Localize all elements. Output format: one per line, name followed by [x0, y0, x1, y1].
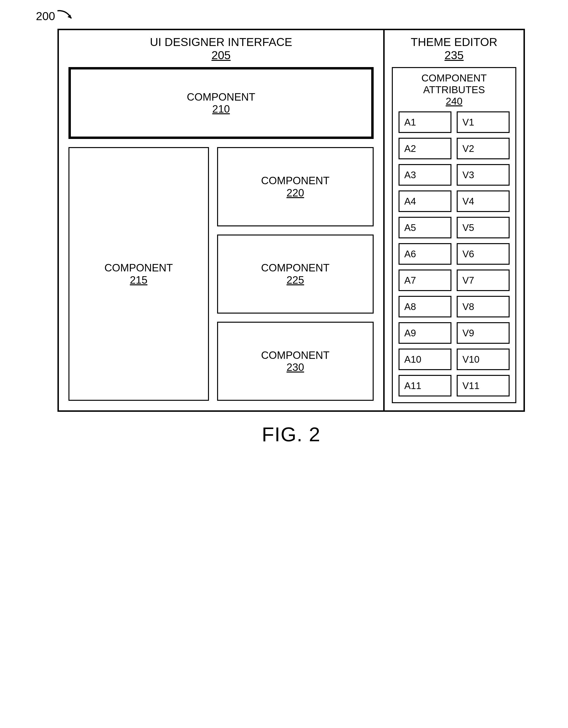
component-ref: 215: [130, 274, 148, 286]
component-attributes-ref: 240: [446, 96, 462, 107]
theme-editor-panel: THEME EDITOR 235 COMPONENT ATTRIBUTES 24…: [385, 30, 523, 410]
attribute-value-cell[interactable]: V1: [457, 111, 510, 133]
component-label: COMPONENT: [261, 175, 329, 186]
design-canvas[interactable]: COMPONENT 210 COMPONENT 215: [68, 65, 374, 401]
component-ref: 210: [212, 103, 230, 115]
attribute-name-cell[interactable]: A7: [398, 269, 451, 291]
attribute-row: A6 V6: [398, 243, 510, 265]
attribute-list: A1 V1 A2 V2 A3 V3 A4 V4: [398, 111, 510, 396]
component-ref: 225: [286, 274, 304, 286]
component-attributes-title: COMPONENT ATTRIBUTES 240: [398, 71, 510, 111]
attribute-name-cell[interactable]: A9: [398, 322, 451, 344]
figure-reference-number: 200: [36, 10, 55, 23]
ui-designer-title-text: UI DESIGNER INTERFACE: [150, 36, 292, 48]
figure-page: 200 UI DESIGNER INTERFACE 205 COMPONENT …: [0, 0, 568, 460]
attribute-value-cell[interactable]: V6: [457, 243, 510, 265]
attribute-value-cell[interactable]: V5: [457, 217, 510, 238]
attribute-row: A9 V9: [398, 322, 510, 344]
attribute-name-cell[interactable]: A3: [398, 164, 451, 186]
ui-designer-panel: UI DESIGNER INTERFACE 205 COMPONENT 210 …: [59, 30, 385, 410]
attribute-name-cell[interactable]: A11: [398, 375, 451, 396]
attribute-name-cell[interactable]: A5: [398, 217, 451, 238]
component-label: COMPONENT: [261, 262, 329, 274]
component-attributes-title-text: COMPONENT ATTRIBUTES: [421, 72, 487, 95]
attribute-row: A11 V11: [398, 375, 510, 396]
reference-arrow-icon: [57, 10, 74, 23]
component-label: COMPONENT: [187, 91, 256, 103]
attribute-value-cell[interactable]: V10: [457, 349, 510, 370]
component-attributes-box: COMPONENT ATTRIBUTES 240 A1 V1 A2 V2 A3 …: [392, 67, 516, 403]
attribute-name-cell[interactable]: A10: [398, 349, 451, 370]
component-210[interactable]: COMPONENT 210: [68, 67, 374, 139]
attribute-value-cell[interactable]: V11: [457, 375, 510, 396]
attribute-row: A2 V2: [398, 138, 510, 159]
attribute-name-cell[interactable]: A2: [398, 138, 451, 159]
attribute-row: A1 V1: [398, 111, 510, 133]
attribute-row: A5 V5: [398, 217, 510, 238]
component-215[interactable]: COMPONENT 215: [68, 147, 209, 401]
component-ref: 230: [286, 361, 304, 373]
attribute-row: A8 V8: [398, 296, 510, 317]
figure-reference-marker: 200: [36, 10, 74, 23]
attribute-name-cell[interactable]: A8: [398, 296, 451, 317]
attribute-row: A10 V10: [398, 349, 510, 370]
attribute-value-cell[interactable]: V9: [457, 322, 510, 344]
ui-designer-ref: 205: [211, 49, 231, 62]
attribute-value-cell[interactable]: V7: [457, 269, 510, 291]
attribute-name-cell[interactable]: A6: [398, 243, 451, 265]
attribute-name-cell[interactable]: A1: [398, 111, 451, 133]
attribute-row: A7 V7: [398, 269, 510, 291]
theme-editor-title: THEME EDITOR 235: [392, 30, 516, 65]
attribute-value-cell[interactable]: V2: [457, 138, 510, 159]
figure-caption: FIG. 2: [57, 423, 525, 446]
attribute-name-cell[interactable]: A4: [398, 190, 451, 212]
theme-editor-title-text: THEME EDITOR: [411, 36, 497, 48]
canvas-lower-row: COMPONENT 215 COMPONENT 220: [68, 147, 374, 401]
component-225[interactable]: COMPONENT 225: [217, 235, 374, 314]
ui-designer-title: UI DESIGNER INTERFACE 205: [68, 30, 374, 65]
component-label: COMPONENT: [104, 262, 173, 274]
component-label: COMPONENT: [261, 349, 329, 361]
component-230[interactable]: COMPONENT 230: [217, 322, 374, 401]
theme-editor-ref: 235: [444, 49, 464, 62]
attribute-value-cell[interactable]: V3: [457, 164, 510, 186]
attribute-value-cell[interactable]: V4: [457, 190, 510, 212]
attribute-value-cell[interactable]: V8: [457, 296, 510, 317]
component-ref: 220: [286, 187, 304, 199]
canvas-right-column: COMPONENT 220 COMPONENT 225: [217, 147, 374, 401]
component-220[interactable]: COMPONENT 220: [217, 147, 374, 226]
app-window: UI DESIGNER INTERFACE 205 COMPONENT 210 …: [57, 29, 525, 412]
attribute-row: A4 V4: [398, 190, 510, 212]
attribute-row: A3 V3: [398, 164, 510, 186]
